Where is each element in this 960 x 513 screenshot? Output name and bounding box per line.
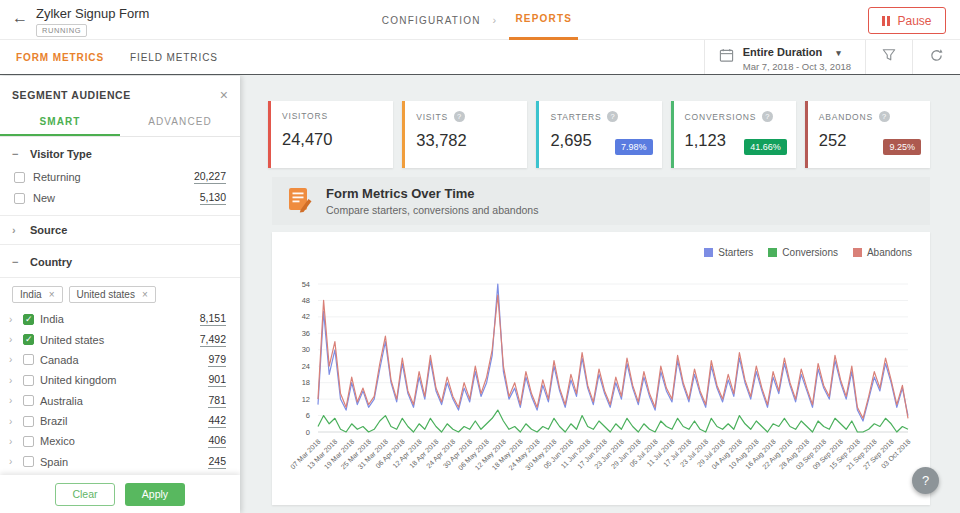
line-chart[interactable]: 06121824303642485407 Mar 201813 Mar 2018… [272, 266, 930, 505]
breadcrumb-separator-icon: › [493, 0, 498, 40]
list-item[interactable]: › ✓ United states 7,492 [0, 329, 240, 349]
section-country[interactable]: − Country [0, 245, 240, 278]
country-count[interactable]: 406 [208, 434, 226, 448]
close-icon[interactable]: × [220, 88, 228, 102]
refresh-icon [929, 48, 944, 67]
filter-icon [882, 48, 896, 66]
metrics-tabbar: FORM METRICS FIELD METRICS [16, 40, 218, 74]
filter-button[interactable] [865, 40, 912, 74]
help-icon[interactable]: ? [454, 111, 465, 122]
checkbox-country[interactable]: ✓ [23, 395, 34, 406]
list-item[interactable]: › ✓ Canada 979 [0, 350, 240, 370]
chip-remove-icon[interactable]: × [49, 289, 55, 300]
list-item[interactable]: › ✓ United kingdom 901 [0, 370, 240, 390]
collapse-icon[interactable]: − [12, 148, 21, 160]
metric-badge: 7.98% [615, 139, 653, 155]
country-count[interactable]: 781 [208, 394, 226, 408]
legend-swatch-icon [853, 248, 862, 257]
checkbox-country[interactable]: ✓ [23, 416, 34, 427]
list-item[interactable]: › ✓ Spain 245 [0, 452, 240, 472]
chip-united-states[interactable]: United states × [69, 286, 156, 303]
help-icon[interactable]: ? [607, 111, 618, 122]
tab-configuration[interactable]: CONFIGURATION [382, 0, 481, 40]
country-name: Australia [40, 395, 83, 407]
help-icon[interactable]: ? [762, 111, 773, 122]
tab-form-metrics[interactable]: FORM METRICS [16, 52, 104, 63]
app-header: ← Zylker Signup Form RUNNING CONFIGURATI… [0, 0, 960, 75]
expand-icon[interactable]: › [9, 395, 17, 406]
clear-button[interactable]: Clear [55, 483, 115, 506]
metric-label: ABANDONS [819, 112, 873, 122]
checkbox-country[interactable]: ✓ [23, 375, 34, 386]
pause-button[interactable]: Pause [868, 7, 946, 34]
section-visitor-type[interactable]: − Visitor Type [0, 137, 240, 167]
list-item[interactable]: › ✓ India 8,151 [0, 309, 240, 329]
legend-starters[interactable]: Starters [704, 247, 753, 258]
checkbox-returning[interactable]: ✓ [14, 172, 25, 183]
help-icon[interactable]: ? [879, 111, 890, 122]
country-name: Canada [40, 354, 79, 366]
legend-label: Starters [718, 247, 753, 258]
list-item[interactable]: › ✓ Mexico 406 [0, 431, 240, 451]
chip-remove-icon[interactable]: × [142, 289, 148, 300]
expand-icon[interactable]: › [9, 354, 17, 365]
tab-field-metrics[interactable]: FIELD METRICS [130, 52, 218, 63]
country-chips: India × United states × [0, 278, 240, 309]
chart-title: Form Metrics Over Time [326, 186, 538, 201]
checkbox-country[interactable]: ✓ [23, 314, 34, 325]
tab-reports[interactable]: REPORTS [509, 0, 578, 40]
country-name: India [40, 313, 64, 325]
checkbox-country[interactable]: ✓ [23, 456, 34, 467]
visitor-type-label: Visitor Type [30, 148, 92, 160]
tab-smart[interactable]: SMART [0, 108, 120, 136]
expand-icon[interactable]: › [9, 375, 17, 386]
country-count[interactable]: 901 [208, 373, 226, 387]
svg-text:24: 24 [302, 362, 310, 371]
checkbox-new[interactable]: ✓ [14, 193, 25, 204]
help-fab-button[interactable]: ? [912, 467, 939, 494]
segment-audience-panel: SEGMENT AUDIENCE × SMART ADVANCED − Visi… [0, 76, 240, 513]
expand-icon[interactable]: › [9, 416, 17, 427]
country-count[interactable]: 8,151 [200, 312, 226, 326]
duration-selector[interactable]: Entire Duration▾ Mar 7, 2018 - Oct 3, 20… [704, 40, 865, 74]
segment-tabbar: SMART ADVANCED [0, 108, 240, 137]
list-item[interactable]: › ✓ Brazil 442 [0, 411, 240, 431]
expand-icon[interactable]: › [12, 224, 21, 236]
section-source[interactable]: › Source [0, 215, 240, 245]
metric-label: VISITS [416, 112, 448, 122]
svg-text:18: 18 [302, 378, 310, 387]
expand-icon[interactable]: › [9, 436, 17, 447]
country-count[interactable]: 442 [208, 414, 226, 428]
apply-button[interactable]: Apply [125, 483, 185, 506]
metric-label: CONVERSIONS [685, 112, 757, 122]
chip-india[interactable]: India × [12, 286, 63, 303]
country-count[interactable]: 979 [208, 353, 226, 367]
expand-icon[interactable]: › [9, 334, 17, 345]
checkbox-country[interactable]: ✓ [23, 334, 34, 345]
expand-icon[interactable]: › [9, 314, 17, 325]
country-count[interactable]: 7,492 [200, 333, 226, 347]
list-item[interactable]: ✓ Returning 20,227 [0, 167, 240, 188]
option-count[interactable]: 20,227 [194, 170, 226, 184]
metric-badge: 9.25% [883, 139, 921, 155]
legend-conversions[interactable]: Conversions [768, 247, 838, 258]
duration-range: Mar 7, 2018 - Oct 3, 2018 [743, 61, 851, 73]
svg-text:6: 6 [306, 411, 310, 420]
country-count[interactable]: 245 [208, 455, 226, 469]
expand-icon[interactable]: › [9, 456, 17, 467]
metric-card-starters: STARTERS? 2,695 7.98% [536, 101, 661, 168]
list-item[interactable]: › ✓ Australia 781 [0, 391, 240, 411]
tab-advanced[interactable]: ADVANCED [120, 108, 240, 136]
svg-text:30: 30 [302, 345, 310, 354]
checkbox-country[interactable]: ✓ [23, 354, 34, 365]
country-name: United states [40, 334, 104, 346]
list-item[interactable]: ✓ New 5,130 [0, 188, 240, 209]
refresh-button[interactable] [912, 40, 960, 74]
collapse-icon[interactable]: − [12, 256, 21, 268]
option-count[interactable]: 5,130 [200, 191, 226, 205]
legend-swatch-icon [768, 248, 777, 257]
legend-abandons[interactable]: Abandons [853, 247, 912, 258]
svg-text:36: 36 [302, 329, 310, 338]
metric-card-visits: VISITS? 33,782 [402, 101, 527, 168]
checkbox-country[interactable]: ✓ [23, 436, 34, 447]
